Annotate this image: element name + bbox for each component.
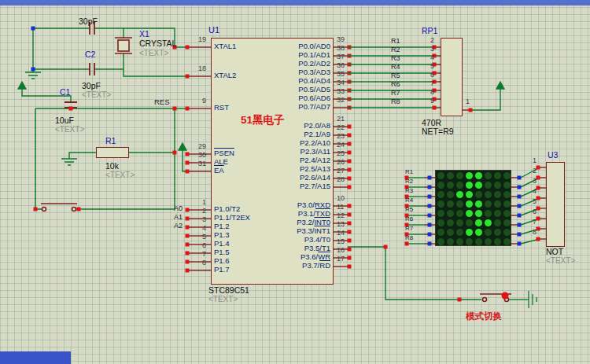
junction-square [348,168,352,172]
net-label: R1 [405,169,413,176]
pin-label: P2.0/A8 [263,122,330,130]
pin-number: 27 [337,167,345,175]
pin-number: 7 [422,80,434,88]
junction-square [348,177,352,181]
led-dot [456,182,463,189]
junction-square [405,242,409,246]
part-value: 30pF [79,17,98,27]
pin-label: P1.2 [214,222,230,230]
pin-label: RST [214,104,229,112]
net-label: R3 [405,188,413,195]
junction-square [186,243,190,247]
part-text-placeholder: <TEXT> [208,295,238,303]
part-text-placeholder: <TEXT> [82,90,111,99]
led-dot [494,219,501,226]
pin-number: 6 [527,208,537,216]
pin-number: 19 [190,36,206,44]
part-value: 10uF [55,116,74,126]
part-value: 10k [105,162,119,171]
junction-square [428,233,432,237]
led-dot [494,238,501,245]
net-label: R3 [391,55,400,63]
pin-number: 11 [337,204,344,211]
led-dot [437,200,444,208]
pin-number: 28 [337,176,345,184]
junction-square [469,108,473,112]
pin-number: 3 [422,46,434,53]
part-value: 30pF [82,82,101,91]
junction-square [348,151,352,155]
power-arrow-icon [18,82,26,89]
led-dot [447,200,454,208]
led-dot [466,182,473,189]
pin-number: 6 [190,242,206,250]
junction-square [348,248,352,252]
led-dot [437,229,444,236]
pin-label: P2.5/A13 [263,165,330,173]
junction-square [34,208,38,211]
part-ref: C1 [60,88,70,97]
led-dot [447,172,454,179]
led-matrix[interactable] [435,170,511,246]
junction-square [69,107,73,111]
led-dot [466,200,473,208]
led-dot [447,182,454,189]
pin-number: 29 [190,143,206,151]
pin-number: 8 [190,259,206,267]
crystal-x1[interactable] [115,38,132,53]
part-ref: RP1 [422,27,437,36]
led-dot [503,210,511,217]
pin-number: 2 [527,167,537,175]
junction-square [77,208,81,211]
junction-square [186,170,190,174]
capacitor-c2[interactable] [90,63,94,75]
schematic-canvas[interactable]: 30pF C2 30pF <TEXT> X1 CRYSTAL <TEXT> C1… [0,0,590,364]
led-dot [447,238,454,245]
part-ref: R1 [105,137,116,146]
net-label: R5 [405,207,413,214]
button-actuator-icon [502,292,509,300]
pin-label: P3.1/TXD [263,210,330,218]
reset-button[interactable] [41,204,77,211]
net-label: R8 [405,235,413,242]
led-dot [475,238,482,245]
led-dot [437,219,444,226]
led-dot [456,191,463,198]
pin-label: P3.7/RD [263,262,330,270]
junction-square [348,222,352,226]
part-ref: U1 [208,25,219,35]
led-dot [485,191,492,198]
junction-square [186,46,190,50]
net-label: R4 [391,64,400,72]
led-dot [475,191,482,198]
junction-square [186,75,190,79]
pin-number: 14 [337,230,345,237]
led-dot [503,219,511,226]
junction-square [537,186,540,190]
led-dot [494,200,501,208]
net-label: R2 [391,46,400,54]
junction-square [348,213,352,217]
junction-square [537,207,540,211]
pin-number: 26 [337,159,345,167]
pin-label: P3.6/WR [263,253,330,261]
net-label: A2 [165,222,183,230]
pin-label: P1.5 [214,248,230,256]
net-label: R6 [405,216,413,223]
pin-number: 18 [190,65,206,73]
pin-label: P0.7/AD7 [263,103,330,111]
junction-square [537,217,540,221]
junction-square [186,161,190,165]
led-dot [456,219,463,226]
led-dot [485,229,492,236]
led-dot [466,210,473,217]
led-dot [447,210,454,217]
mode-button[interactable] [480,292,511,302]
led-dot [437,182,444,189]
led-dot [503,182,511,189]
pin-label: P0.2/AD2 [263,60,330,68]
pin-number: 9 [422,97,434,105]
part-ref: X1 [139,30,149,39]
junction-square [186,226,190,230]
pin-number: 36 [337,62,345,70]
